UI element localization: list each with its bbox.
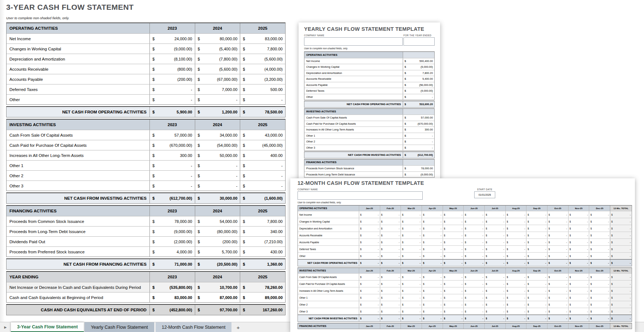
- value-cell[interactable]: $-: [422, 246, 443, 252]
- value-cell[interactable]: $-: [422, 225, 443, 232]
- value-cell[interactable]: $-: [359, 281, 380, 287]
- tab-yearly-cash-flow[interactable]: Yearly Cash Flow Statement: [85, 322, 154, 332]
- value-cell[interactable]: $(670,000.00): [149, 140, 195, 150]
- value-cell[interactable]: $-: [422, 274, 443, 280]
- value-cell[interactable]: $(670,000.00): [403, 121, 434, 127]
- value-cell[interactable]: $-: [359, 274, 380, 280]
- value-cell[interactable]: $-: [403, 133, 434, 139]
- value-cell[interactable]: $-: [568, 294, 589, 301]
- value-cell[interactable]: $-: [401, 301, 422, 308]
- value-cell[interactable]: $-: [443, 225, 464, 232]
- value-cell[interactable]: $-: [240, 171, 285, 180]
- value-cell[interactable]: $-: [505, 218, 526, 225]
- value-cell[interactable]: $-: [547, 246, 568, 252]
- value-cell[interactable]: $-: [463, 225, 484, 232]
- value-cell[interactable]: $-: [443, 301, 464, 308]
- value-cell[interactable]: $-: [401, 239, 422, 245]
- value-cell[interactable]: $-: [240, 95, 285, 104]
- value-cell[interactable]: $-: [568, 218, 589, 225]
- value-cell[interactable]: $-: [589, 211, 610, 218]
- value-cell[interactable]: $-: [526, 232, 547, 238]
- value-cell[interactable]: $(9,000.00): [149, 227, 195, 236]
- value-cell[interactable]: $-: [547, 281, 568, 287]
- value-cell[interactable]: $-: [568, 225, 589, 232]
- value-cell[interactable]: $(3,200.00): [240, 74, 285, 84]
- value-cell[interactable]: $-: [568, 239, 589, 245]
- value-cell[interactable]: $-: [380, 281, 401, 287]
- value-cell[interactable]: $-: [505, 253, 526, 259]
- value-cell[interactable]: $-: [526, 239, 547, 245]
- value-cell[interactable]: $-: [526, 274, 547, 280]
- value-cell[interactable]: $-: [380, 274, 401, 280]
- value-cell[interactable]: $78,260.00: [240, 282, 285, 292]
- value-cell[interactable]: $-: [547, 225, 568, 232]
- tab-3-year-cash-flow[interactable]: 3-Year Cash Flow Statement: [11, 322, 84, 332]
- value-cell[interactable]: $-: [401, 253, 422, 259]
- value-cell[interactable]: $(7,210.00): [240, 237, 285, 246]
- value-cell[interactable]: $-: [505, 211, 526, 218]
- value-cell[interactable]: $-: [484, 218, 505, 225]
- value-cell[interactable]: $83,000.00: [149, 292, 195, 302]
- value-cell[interactable]: $80,000.00: [195, 34, 240, 43]
- value-cell[interactable]: $-: [505, 301, 526, 308]
- value-cell[interactable]: $-: [505, 239, 526, 245]
- value-cell[interactable]: $10,700.00: [195, 282, 240, 292]
- value-cell[interactable]: $(200.00): [149, 74, 195, 84]
- value-cell[interactable]: $-: [484, 301, 505, 308]
- value-cell[interactable]: $(45,000.00): [240, 140, 285, 150]
- value-cell[interactable]: $-: [403, 145, 434, 151]
- value-cell[interactable]: $-: [240, 181, 285, 191]
- value-cell[interactable]: $-: [526, 253, 547, 259]
- add-sheet-button[interactable]: +: [231, 322, 245, 332]
- value-cell[interactable]: $-: [568, 287, 589, 294]
- value-cell[interactable]: $-: [568, 232, 589, 238]
- value-cell[interactable]: $-: [149, 95, 195, 104]
- value-cell[interactable]: $-: [484, 246, 505, 252]
- value-cell[interactable]: $-: [568, 211, 589, 218]
- value-cell[interactable]: $-: [359, 246, 380, 252]
- value-cell[interactable]: $-: [568, 301, 589, 308]
- value-cell[interactable]: $-: [484, 294, 505, 301]
- value-cell[interactable]: $-: [589, 281, 610, 287]
- value-cell[interactable]: $54,000.00: [195, 216, 240, 226]
- value-cell[interactable]: $340.00: [240, 227, 285, 236]
- value-cell[interactable]: $-: [463, 246, 484, 252]
- value-cell[interactable]: $-: [547, 308, 568, 315]
- value-cell[interactable]: $7,000.00: [195, 84, 240, 94]
- value-cell[interactable]: $83,000.00: [240, 34, 285, 43]
- value-cell[interactable]: $-: [526, 225, 547, 232]
- value-cell[interactable]: $-: [463, 308, 484, 315]
- value-cell[interactable]: $-: [505, 287, 526, 294]
- value-cell[interactable]: $-: [422, 232, 443, 238]
- value-cell[interactable]: $400.00: [240, 150, 285, 160]
- value-cell[interactable]: $-: [589, 225, 610, 232]
- value-cell[interactable]: $-: [401, 308, 422, 315]
- value-cell[interactable]: $-: [359, 301, 380, 308]
- value-cell[interactable]: $7,800.00: [240, 44, 285, 54]
- value-cell[interactable]: $500.00: [240, 84, 285, 94]
- value-cell[interactable]: $-: [589, 246, 610, 252]
- value-cell[interactable]: $34,000.00: [195, 130, 240, 140]
- value-cell[interactable]: $-: [568, 253, 589, 259]
- value-cell[interactable]: $-: [526, 281, 547, 287]
- value-cell[interactable]: $(9,000.00): [403, 172, 434, 178]
- value-cell[interactable]: $-: [401, 294, 422, 301]
- value-cell[interactable]: $-: [443, 218, 464, 225]
- value-cell[interactable]: $-: [589, 287, 610, 294]
- value-cell[interactable]: $-: [505, 281, 526, 287]
- value-cell[interactable]: $-: [359, 294, 380, 301]
- value-cell[interactable]: $-: [401, 287, 422, 294]
- value-cell[interactable]: $-: [359, 253, 380, 259]
- value-cell[interactable]: $-: [463, 211, 484, 218]
- value-cell[interactable]: $-: [547, 287, 568, 294]
- value-cell[interactable]: $590,400.00: [403, 58, 434, 64]
- value-cell[interactable]: $(5,600.00): [195, 64, 240, 74]
- value-cell[interactable]: $-: [589, 274, 610, 280]
- value-cell[interactable]: $-: [443, 239, 464, 245]
- value-cell[interactable]: $-: [380, 287, 401, 294]
- value-cell[interactable]: $-: [568, 308, 589, 315]
- value-cell[interactable]: $-: [526, 294, 547, 301]
- value-cell[interactable]: $-: [589, 239, 610, 245]
- value-cell[interactable]: $57,000.00: [149, 130, 195, 140]
- start-date-input[interactable]: 01/01/2025: [474, 191, 495, 198]
